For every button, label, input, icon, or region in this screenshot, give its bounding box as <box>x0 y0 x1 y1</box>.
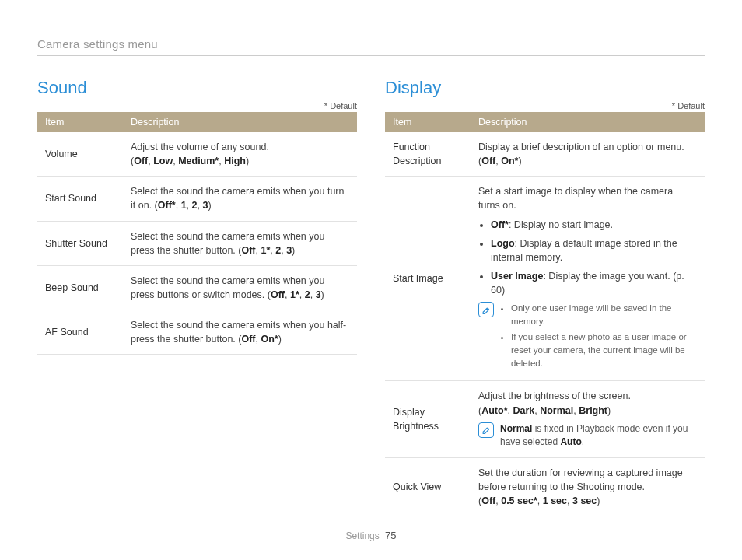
columns-container: Sound * Default Item Description VolumeA… <box>37 78 705 516</box>
header-item: Item <box>37 112 123 132</box>
header-description: Description <box>123 112 357 132</box>
row-description: Select the sound the camera emits when y… <box>123 177 357 221</box>
sound-table: Item Description VolumeAdjust the volume… <box>37 112 357 355</box>
note-icon <box>478 302 494 317</box>
row-description: Select the sound the camera emits when y… <box>123 265 357 310</box>
table-row: Start ImageSet a start image to display … <box>385 177 705 381</box>
row-item: Start Sound <box>37 177 123 221</box>
note-text: Normal is fixed in Playback mode even if… <box>500 422 697 450</box>
row-description: Adjust the brightness of the screen.(Aut… <box>471 381 705 457</box>
note-block: Only one user image will be saved in the… <box>478 302 697 373</box>
default-note-left: * Default <box>37 101 357 110</box>
table-row: Shutter SoundSelect the sound the camera… <box>37 221 357 265</box>
section-title-sound: Sound <box>37 78 357 98</box>
page-footer: Settings 75 <box>0 530 742 541</box>
note-content: Only one user image will be saved in the… <box>500 302 697 373</box>
row-description: Display a brief description of an option… <box>471 132 705 177</box>
row-item: Function Description <box>385 132 471 177</box>
note-icon <box>478 422 494 438</box>
page: Camera settings menu Sound * Default Ite… <box>0 0 742 516</box>
row-description: Set a start image to display when the ca… <box>471 177 705 381</box>
row-item: AF Sound <box>37 310 123 355</box>
table-row: AF SoundSelect the sound the camera emit… <box>37 310 357 355</box>
table-row: Beep SoundSelect the sound the camera em… <box>37 265 357 310</box>
table-row: Quick ViewSet the duration for reviewing… <box>385 457 705 516</box>
inline-note: Normal is fixed in Playback mode even if… <box>478 422 697 450</box>
footer-page-number: 75 <box>385 530 396 541</box>
table-row: VolumeAdjust the volume of any sound.(Of… <box>37 132 357 177</box>
row-item: Volume <box>37 132 123 177</box>
row-item: Shutter Sound <box>37 221 123 265</box>
row-item: Quick View <box>385 457 471 516</box>
default-note-right: * Default <box>385 101 705 110</box>
row-item: Start Image <box>385 177 471 381</box>
row-description: Select the sound the camera emits when y… <box>123 310 357 355</box>
table-row: Function DescriptionDisplay a brief desc… <box>385 132 705 177</box>
breadcrumb: Camera settings menu <box>37 37 705 56</box>
footer-section: Settings <box>345 530 379 541</box>
table-row: Start SoundSelect the sound the camera e… <box>37 177 357 221</box>
row-item: Beep Sound <box>37 265 123 310</box>
table-row: Display BrightnessAdjust the brightness … <box>385 381 705 457</box>
note-list-item: If you select a new photo as a user imag… <box>511 331 697 369</box>
display-table: Item Description Function DescriptionDis… <box>385 112 705 516</box>
row-item: Display Brightness <box>385 381 471 457</box>
row-description: Set the duration for reviewing a capture… <box>471 457 705 516</box>
row-description: Adjust the volume of any sound.(Off, Low… <box>123 132 357 177</box>
section-title-display: Display <box>385 78 705 98</box>
sound-section: Sound * Default Item Description VolumeA… <box>37 78 357 516</box>
row-description: Select the sound the camera emits when y… <box>123 221 357 265</box>
header-item: Item <box>385 112 471 132</box>
note-list-item: Only one user image will be saved in the… <box>511 302 697 327</box>
display-section: Display * Default Item Description Funct… <box>385 78 705 516</box>
header-description: Description <box>471 112 705 132</box>
